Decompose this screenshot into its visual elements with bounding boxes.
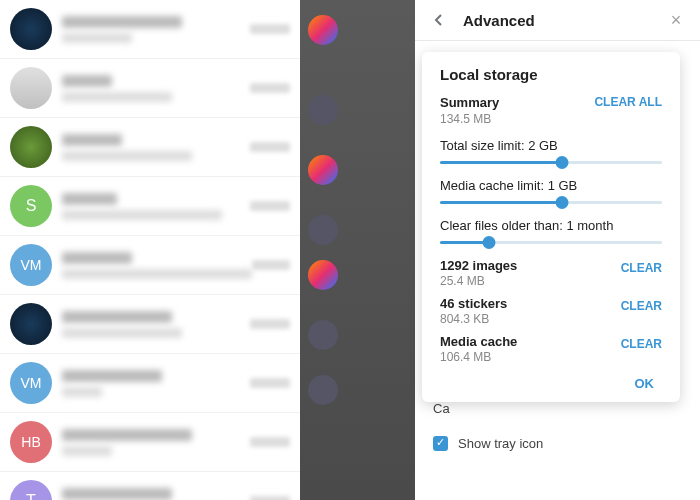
cache-label: 1292 images — [440, 258, 517, 273]
cache-size: 25.4 MB — [440, 274, 517, 288]
avatar-letter: S — [10, 185, 52, 227]
message-area — [300, 0, 415, 500]
local-storage-modal: Local storage Summary 134.5 MB CLEAR ALL… — [422, 52, 680, 402]
back-button[interactable] — [429, 10, 449, 30]
clear-button[interactable]: CLEAR — [621, 261, 662, 275]
slider-label: Total size limit: 2 GB — [440, 138, 662, 153]
chat-item[interactable]: HB — [0, 413, 300, 472]
clear-button[interactable]: CLEAR — [621, 337, 662, 351]
chat-item[interactable] — [0, 59, 300, 118]
total-size-slider: Total size limit: 2 GB — [440, 138, 662, 164]
chat-item[interactable]: S — [0, 177, 300, 236]
avatar-letter: VM — [10, 362, 52, 404]
chat-item[interactable]: VM — [0, 354, 300, 413]
chat-item[interactable] — [0, 295, 300, 354]
chat-item[interactable]: VM — [0, 236, 300, 295]
cache-size: 804.3 KB — [440, 312, 507, 326]
clear-button[interactable]: CLEAR — [621, 299, 662, 313]
media-cache-slider: Media cache limit: 1 GB — [440, 178, 662, 204]
slider-track[interactable] — [440, 161, 662, 164]
summary-value: 134.5 MB — [440, 112, 499, 126]
summary-label: Summary — [440, 95, 499, 110]
clear-all-button[interactable]: CLEAR ALL — [594, 95, 662, 109]
slider-thumb[interactable] — [556, 156, 569, 169]
cache-item-images: 1292 images25.4 MB CLEAR — [440, 258, 662, 288]
settings-header: Advanced × — [415, 0, 700, 41]
message-avatar — [308, 155, 338, 185]
ok-button[interactable]: OK — [627, 372, 663, 395]
avatar-letter: VM — [10, 244, 52, 286]
tray-icon-label: Show tray icon — [458, 436, 543, 451]
avatar — [10, 303, 52, 345]
slider-thumb[interactable] — [556, 196, 569, 209]
cache-label: Media cache — [440, 334, 517, 349]
modal-title: Local storage — [440, 66, 662, 83]
close-button[interactable]: × — [666, 10, 686, 30]
avatar — [10, 67, 52, 109]
slider-label: Media cache limit: 1 GB — [440, 178, 662, 193]
clear-older-slider: Clear files older than: 1 month — [440, 218, 662, 244]
message-avatar — [308, 215, 338, 245]
cache-item-media: Media cache106.4 MB CLEAR — [440, 334, 662, 364]
message-avatar — [308, 95, 338, 125]
chat-item[interactable] — [0, 0, 300, 59]
avatar-letter: T — [10, 480, 52, 500]
message-avatar — [308, 375, 338, 405]
slider-track[interactable] — [440, 201, 662, 204]
message-avatar — [308, 15, 338, 45]
slider-label: Clear files older than: 1 month — [440, 218, 662, 233]
slider-thumb[interactable] — [482, 236, 495, 249]
avatar-letter: HB — [10, 421, 52, 463]
message-avatar — [308, 320, 338, 350]
chat-list: S VM VM HB T — [0, 0, 300, 500]
checkbox-icon[interactable] — [433, 436, 448, 451]
cache-size: 106.4 MB — [440, 350, 517, 364]
avatar — [10, 126, 52, 168]
chat-item[interactable] — [0, 118, 300, 177]
tray-icon-row[interactable]: Show tray icon — [433, 430, 682, 457]
avatar — [10, 8, 52, 50]
message-avatar — [308, 260, 338, 290]
slider-track[interactable] — [440, 241, 662, 244]
cache-label: 46 stickers — [440, 296, 507, 311]
settings-title: Advanced — [463, 12, 666, 29]
chat-item[interactable]: T — [0, 472, 300, 500]
cache-item-stickers: 46 stickers804.3 KB CLEAR — [440, 296, 662, 326]
